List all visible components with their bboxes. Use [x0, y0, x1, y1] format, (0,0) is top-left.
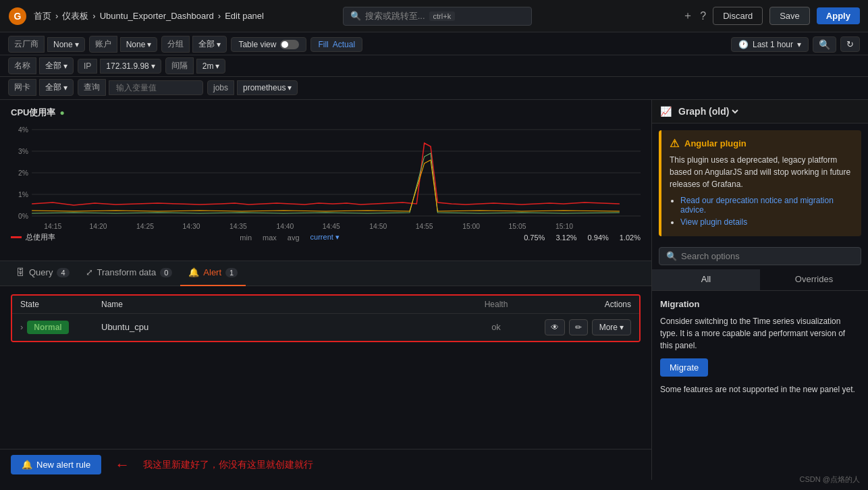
zoom-out-button[interactable]: 🔍: [813, 36, 836, 53]
table-view-switch[interactable]: [280, 40, 299, 49]
breadcrumb-current: Edit panel: [225, 11, 264, 21]
filter-bar-row2: 名称 全部 ▾ IP 172.31.9.98 ▾ 间隔 2m ▾: [0, 55, 868, 77]
group-select[interactable]: 全部 ▾: [192, 36, 227, 53]
filter-bar-row1: 云厂商 None ▾ 账户 None ▾ 分组 全部 ▾ Table view …: [0, 32, 868, 55]
chevron-down-icon: ▾: [63, 83, 67, 92]
search-placeholder-text: 搜索或跳转至...: [365, 10, 425, 22]
legend-avg-label: avg: [288, 234, 300, 242]
transform-icon: ⤢: [86, 267, 93, 277]
name-select[interactable]: 全部 ▾: [39, 57, 74, 74]
nic-label: 网卡: [8, 79, 36, 96]
plus-icon: ＋: [682, 9, 693, 23]
table-view-label: Table view: [238, 40, 276, 49]
interval-select[interactable]: 2m ▾: [196, 59, 226, 74]
save-button[interactable]: Save: [769, 7, 810, 25]
filter-bar-row3: 网卡 全部 ▾ 查询 jobs prometheus ▾: [0, 77, 868, 100]
refresh-button[interactable]: ↻: [840, 36, 860, 52]
cloud-filter: 云厂商 None ▾: [8, 36, 85, 53]
right-panel-header: 📈 Graph (old): [652, 100, 868, 124]
tab-overrides[interactable]: Overrides: [760, 269, 868, 290]
svg-text:15:00: 15:00: [462, 223, 480, 230]
time-range-picker[interactable]: 🕐 Last 1 hour ▾: [731, 37, 809, 52]
edit-alert-button[interactable]: ✏: [569, 319, 588, 335]
actual-label: Actual: [333, 40, 355, 49]
tab-alert[interactable]: 🔔 Alert 1: [180, 261, 246, 286]
warning-icon: ⚠: [670, 137, 679, 150]
graph-title-text: CPU使用率: [11, 107, 55, 119]
name-label: 名称: [8, 57, 36, 74]
tab-all[interactable]: All: [652, 269, 760, 290]
legend-row: 总使用率 min max avg current ▾ 0.75% 3.12% 0…: [11, 231, 641, 244]
jobs-filter: jobs prometheus ▾: [207, 80, 298, 95]
alert-table-body: › Normal Ubuntu_cpu ok 👁 ✏ More ▾: [12, 313, 639, 341]
name-filter: 名称 全部 ▾: [8, 57, 74, 74]
apply-button[interactable]: Apply: [817, 7, 860, 24]
legend-max-label: max: [263, 234, 277, 242]
panel-tabs-bar: 🗄 Query 4 ⤢ Transform data 0 🔔 Alert 1: [0, 261, 651, 286]
discard-button[interactable]: Discard: [713, 7, 763, 25]
svg-text:14:20: 14:20: [90, 223, 107, 230]
migration-section: Migration Consider switching to the Time…: [652, 291, 868, 409]
query-label: 查询: [78, 79, 106, 96]
bottom-area: 🔔 New alert rule ← 我这里新建好了，你没有这里就创建就行: [0, 449, 651, 480]
panel-type-select[interactable]: Graph (old): [676, 105, 740, 117]
table-view-toggle[interactable]: Table view: [231, 37, 306, 52]
col-state-header: State: [20, 300, 101, 309]
database-icon: 🗄: [16, 267, 25, 277]
status-dot: ●: [59, 108, 64, 117]
help-icon: ?: [700, 10, 706, 22]
jobs-label: jobs: [207, 80, 234, 95]
cloud-select[interactable]: None ▾: [47, 37, 85, 52]
tab-transform[interactable]: ⤢ Transform data 0: [78, 261, 181, 286]
grafana-logo: G: [8, 7, 27, 26]
row-expand-icon[interactable]: › Normal: [20, 321, 101, 334]
alert-actions: 👁 ✏ More ▾: [523, 319, 631, 335]
interval-filter: 间隔 2m ▾: [165, 57, 226, 74]
breadcrumb-dashboard[interactable]: Ubuntu_Exporter_Dashboard: [100, 11, 214, 21]
transform-tab-label: Transform data: [97, 267, 157, 277]
breadcrumb-dashboard-list[interactable]: 仪表板: [62, 10, 88, 22]
col-health-header: Health: [469, 300, 523, 309]
jobs-select[interactable]: prometheus ▾: [237, 80, 298, 95]
graph-svg: 4% 3% 2% 1% 0% 14:15 14:20 14:25 14:30 1…: [11, 123, 641, 231]
chevron-down-icon: ▾: [620, 323, 624, 332]
svg-text:14:35: 14:35: [229, 223, 247, 230]
legend-min-value: 0.75%: [524, 234, 545, 242]
alert-tab-label: Alert: [203, 267, 221, 277]
alert-table-header: State Name Health Actions: [12, 296, 639, 313]
chevron-down-icon: ▾: [75, 40, 79, 49]
plugin-details-link[interactable]: View plugin details: [680, 217, 747, 227]
new-alert-rule-button[interactable]: 🔔 New alert rule: [11, 455, 101, 474]
tab-query[interactable]: 🗄 Query 4: [8, 261, 78, 286]
nic-select[interactable]: 全部 ▾: [39, 79, 74, 96]
angular-warning-links: Read our deprecation notice and migratio…: [670, 196, 853, 227]
view-alert-button[interactable]: 👁: [545, 319, 565, 335]
chevron-down-icon: ▾: [63, 61, 67, 71]
breadcrumb: 首页 › 仪表板 › Ubuntu_Exporter_Dashboard › E…: [34, 10, 264, 22]
annotation-arrow: ←: [115, 456, 130, 474]
nic-filter: 网卡 全部 ▾: [8, 79, 74, 96]
ip-select[interactable]: 172.31.9.98 ▾: [100, 59, 161, 74]
graph-icon: 📈: [660, 106, 672, 117]
transform-tab-badge: 0: [160, 268, 172, 277]
variable-input[interactable]: [109, 80, 203, 95]
breadcrumb-home[interactable]: 首页: [34, 10, 51, 22]
fill-actual-toggle[interactable]: Fill Actual: [310, 37, 362, 52]
svg-text:14:40: 14:40: [276, 223, 294, 230]
search-options-input[interactable]: 🔍 Search options: [659, 247, 861, 265]
search-bar[interactable]: 🔍 搜索或跳转至... ctrl+k: [343, 7, 532, 26]
annotation-text: 我这里新建好了，你没有这里就创建就行: [143, 459, 313, 471]
svg-text:14:25: 14:25: [136, 223, 154, 230]
svg-text:14:55: 14:55: [416, 223, 433, 230]
query-tab-label: Query: [29, 267, 53, 277]
more-actions-button[interactable]: More ▾: [592, 319, 631, 335]
migrate-button[interactable]: Migrate: [660, 358, 708, 377]
account-select[interactable]: None ▾: [120, 37, 158, 52]
deprecation-link[interactable]: Read our deprecation notice and migratio…: [680, 196, 834, 215]
legend-current-label: current ▾: [310, 233, 340, 242]
alert-health: ok: [469, 322, 523, 332]
angular-warning-body: This plugin uses a deprecated, legacy pl…: [670, 154, 853, 190]
search-icon: 🔍: [666, 251, 677, 261]
migration-body1: Consider switching to the Time series vi…: [660, 315, 860, 352]
angular-warning-title: ⚠ Angular plugin: [670, 137, 853, 150]
